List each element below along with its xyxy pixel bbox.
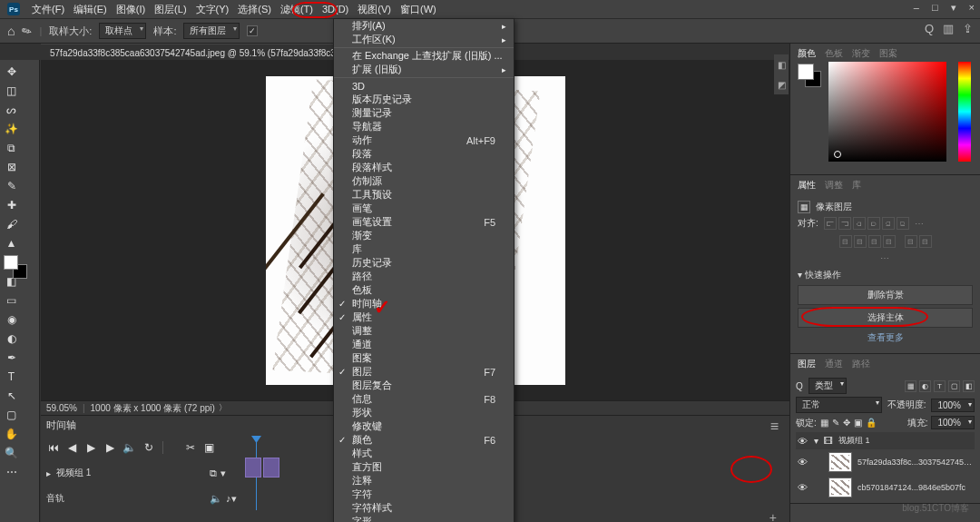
flt-adjust-icon[interactable]: ◐ (919, 380, 931, 392)
tab-library[interactable]: 库 (852, 179, 861, 192)
flt-type-icon[interactable]: T (934, 380, 946, 392)
lasso-tool-icon[interactable]: ᔕ (3, 101, 20, 118)
win-close-icon[interactable]: × (969, 2, 975, 14)
color-cursor[interactable] (834, 151, 841, 158)
heal-tool-icon[interactable]: ✚ (3, 196, 20, 213)
stamp-tool-icon[interactable]: ▲ (3, 234, 20, 251)
menu-item[interactable]: 字符 (334, 488, 514, 501)
layer-row-0[interactable]: 👁 57fa29da33f8c...3037542745ad (796, 449, 975, 475)
path-tool-icon[interactable]: ↖ (3, 387, 20, 404)
dist-5-icon[interactable]: ⊟ (905, 235, 917, 248)
menu-item[interactable]: 图层复合 (334, 379, 514, 392)
menu-item[interactable]: 注释 (334, 474, 514, 488)
menu-item[interactable]: 形状 (334, 406, 514, 419)
menu-item[interactable]: 画笔 (334, 202, 514, 215)
vis-toggle-icon[interactable]: 👁 (798, 457, 808, 468)
menu-item[interactable]: 修改键 (334, 419, 514, 433)
win-max-icon[interactable]: □ (932, 2, 938, 14)
menu-item[interactable]: 仿制源 (334, 174, 514, 188)
color-swatch[interactable] (4, 255, 27, 279)
align-c-icon[interactable]: ⫎ (838, 217, 851, 230)
lock-all-icon[interactable]: 🔒 (866, 418, 877, 428)
menu-window[interactable]: 窗口(W) (396, 0, 441, 19)
menu-item[interactable]: 扩展 (旧版) (334, 63, 514, 76)
workspace-icon[interactable]: ▥ (943, 22, 954, 35)
align-m-icon[interactable]: ⫑ (882, 217, 895, 230)
tl-loop-icon[interactable]: ↻ (142, 441, 155, 454)
status-arrow-icon[interactable]: 〉 (219, 402, 227, 414)
timeline-menu-icon[interactable]: ≡ (770, 419, 779, 435)
tab-swatches[interactable]: 色板 (825, 47, 843, 60)
menu-item[interactable]: 版本历史记录 (334, 93, 514, 106)
show-ring-checkbox[interactable]: ✓ (247, 25, 258, 36)
flt-pixel-icon[interactable]: ▦ (905, 380, 916, 392)
dist-2-icon[interactable]: ⊟ (854, 235, 867, 248)
collapsed-panel-strip[interactable]: ◧◩ (774, 54, 789, 94)
layer-group-row[interactable]: 👁 ▾ 🎞 视频组 1 (796, 432, 975, 449)
win-min-icon[interactable]: – (914, 2, 919, 14)
more-tools-icon[interactable]: ⋯ (3, 463, 20, 480)
tl-mute-icon[interactable]: 🔈 (122, 441, 136, 454)
remove-bg-button[interactable]: 删除背景 (798, 285, 973, 305)
select-subject-button[interactable]: 选择主体 (798, 308, 973, 328)
tl-prev-icon[interactable]: ◀ (65, 441, 79, 454)
audio-mute-icon[interactable]: 🔈 (210, 493, 222, 505)
sample-layer-select[interactable]: 所有图层 (183, 23, 240, 39)
panel-fg-swatch[interactable] (798, 64, 814, 80)
tab-patterns[interactable]: 图案 (879, 47, 897, 60)
vis-toggle-icon[interactable]: 👁 (798, 482, 808, 493)
menu-item[interactable]: 历史记录 (334, 256, 514, 270)
marquee-tool-icon[interactable]: ◫ (3, 82, 20, 99)
pen-tool-icon[interactable]: ✒ (3, 349, 20, 366)
tl-trans-icon[interactable]: ▣ (202, 441, 216, 454)
hand-tool-icon[interactable]: ✋ (3, 425, 20, 442)
shape-tool-icon[interactable]: ▢ (3, 406, 20, 423)
dodge-tool-icon[interactable]: ◐ (3, 330, 20, 347)
crop-tool-icon[interactable]: ⧉ (3, 139, 20, 156)
layer-filter-select[interactable]: 类型 (808, 378, 847, 394)
tl-cut-icon[interactable]: ✂ (183, 441, 197, 454)
gradient-tool-icon[interactable]: ▭ (3, 291, 20, 309)
wand-tool-icon[interactable]: ✨ (3, 120, 20, 137)
align-t-icon[interactable]: ⫐ (867, 217, 880, 230)
search-icon[interactable]: Q (925, 22, 934, 35)
menu-type[interactable]: 文字(Y) (191, 0, 234, 19)
timeline-tab[interactable]: 时间轴 (46, 419, 76, 432)
sample-size-select[interactable]: 取样点 (99, 23, 146, 39)
win-fold-icon[interactable]: ▾ (951, 2, 956, 14)
panel-color-swatch[interactable] (798, 64, 821, 87)
menu-item[interactable]: 工作区(K) (334, 33, 514, 46)
menu-image[interactable]: 图像(I) (112, 0, 150, 19)
audio-note-icon[interactable]: ♪▾ (226, 493, 237, 505)
align-more-icon[interactable]: ⋯ (915, 219, 926, 229)
menu-filter[interactable]: 滤镜(T) (276, 0, 318, 19)
opacity-value[interactable]: 100% (931, 399, 975, 412)
layer-row-1[interactable]: 👁 cb5701847124...9846e5b07fc (796, 475, 975, 500)
align-r-icon[interactable]: ⫏ (853, 217, 866, 230)
tl-first-icon[interactable]: ⏮ (46, 441, 60, 454)
flt-smart-icon[interactable]: ◧ (963, 380, 975, 392)
menu-item[interactable]: 色板 (334, 283, 514, 297)
tab-color[interactable]: 颜色 (798, 47, 816, 60)
blend-mode-select[interactable]: 正常 (796, 397, 882, 413)
menu-item[interactable]: 工具预设 (334, 188, 514, 202)
dist-4-icon[interactable]: ⊟ (883, 235, 896, 248)
fg-color-swatch[interactable] (4, 255, 18, 270)
menu-item[interactable]: 在 Exchange 上查找扩展 (旧版) ... (334, 49, 514, 63)
menu-item[interactable]: 画笔设置F5 (334, 215, 514, 229)
eyedropper-icon[interactable]: ✎ (19, 23, 34, 39)
menu-item[interactable]: 库 (334, 242, 514, 256)
menu-item[interactable]: 3D (334, 79, 514, 93)
menu-item[interactable]: 路径 (334, 270, 514, 283)
fill-value[interactable]: 100% (931, 416, 975, 429)
dist-3-icon[interactable]: ⊟ (868, 235, 881, 248)
lock-trans-icon[interactable]: ▦ (820, 418, 828, 428)
menu-item[interactable]: ✓图层F7 (334, 365, 514, 379)
track-menu-icon[interactable]: ▾ (220, 468, 226, 479)
dist-6-icon[interactable]: ⊟ (919, 235, 932, 248)
menu-item[interactable]: 信息F8 (334, 392, 514, 406)
menu-file[interactable]: 文件(F) (27, 0, 69, 19)
menu-item[interactable]: ✓属性 (334, 310, 514, 324)
frame-tool-icon[interactable]: ⊠ (3, 158, 20, 175)
menu-item[interactable]: 动作Alt+F9 (334, 133, 514, 147)
